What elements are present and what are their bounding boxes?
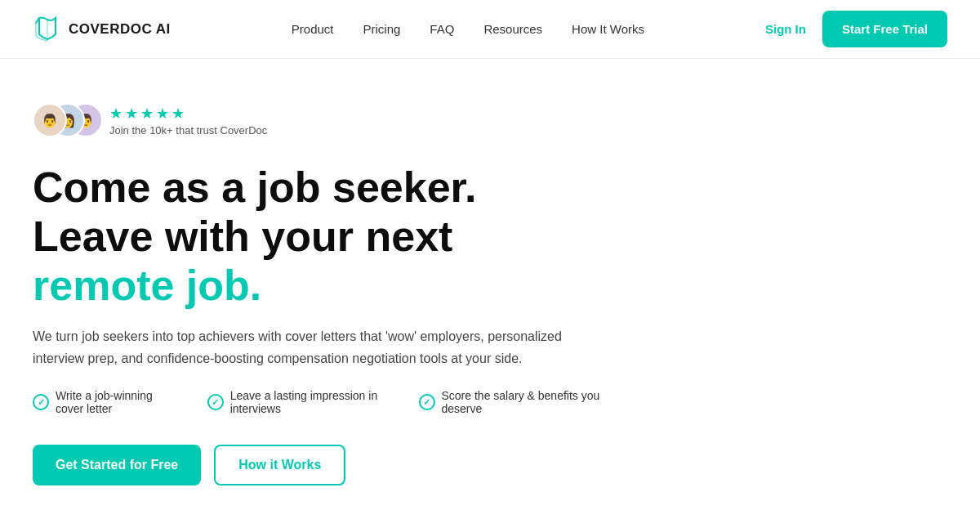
how-it-works-button[interactable]: How it Works [214,445,345,485]
start-trial-button[interactable]: Start Free Trial [822,11,947,47]
social-proof: 👨 👩 👨 ★ ★ ★ ★ ★ Join the 10k+ that trust… [33,100,604,141]
get-started-button[interactable]: Get Started for Free [33,445,201,485]
star-5: ★ [172,105,185,123]
headline: Come as a job seeker. Leave with your ne… [33,163,604,310]
check-icon-2 [207,394,224,410]
check-icon-3 [419,394,435,410]
nav-product[interactable]: Product [292,22,334,36]
navbar: COVERDOC AI Product Pricing FAQ Resource… [0,0,980,59]
nav-actions: Sign In Start Free Trial [765,11,947,47]
hero-section: 👨 👩 👨 ★ ★ ★ ★ ★ Join the 10k+ that trust… [0,59,637,485]
star-2: ★ [125,105,138,123]
logo-text: COVERDOC AI [69,21,171,38]
headline-line2: Leave with your next [33,213,452,260]
feature-label-3: Score the salary & benefits you deserve [442,389,605,415]
nav-resources[interactable]: Resources [483,22,542,36]
star-3: ★ [140,105,154,123]
nav-pricing[interactable]: Pricing [363,22,401,36]
star-1: ★ [109,105,122,123]
feature-interviews: Leave a lasting impression in interviews [207,389,393,415]
star-rating: ★ ★ ★ ★ ★ [109,105,267,123]
feature-salary: Score the salary & benefits you deserve [419,389,605,415]
nav-faq[interactable]: FAQ [430,22,454,36]
star-4: ★ [156,105,169,123]
hero-description: We turn job seekers into top achievers w… [33,326,588,369]
logo-icon [33,15,62,44]
social-proof-label: Join the 10k+ that trust CoverDoc [109,124,267,136]
feature-label-2: Leave a lasting impression in interviews [230,389,393,415]
headline-line1: Come as a job seeker. [33,163,476,211]
sign-in-link[interactable]: Sign In [765,22,806,36]
logo[interactable]: COVERDOC AI [33,15,171,44]
avatar-group: 👨 👩 👨 [33,100,98,141]
nav-links: Product Pricing FAQ Resources How It Wor… [292,22,644,37]
social-proof-text: ★ ★ ★ ★ ★ Join the 10k+ that trust Cover… [109,105,267,136]
cta-buttons: Get Started for Free How it Works [33,445,604,485]
headline-highlight: remote job. [33,262,261,309]
avatar-1: 👨 [33,103,67,137]
features-list: Write a job-winning cover letter Leave a… [33,389,604,415]
feature-label-1: Write a job-winning cover letter [56,389,181,415]
nav-how-it-works[interactable]: How It Works [572,22,644,36]
feature-cover-letter: Write a job-winning cover letter [33,389,181,415]
check-icon-1 [33,394,49,410]
